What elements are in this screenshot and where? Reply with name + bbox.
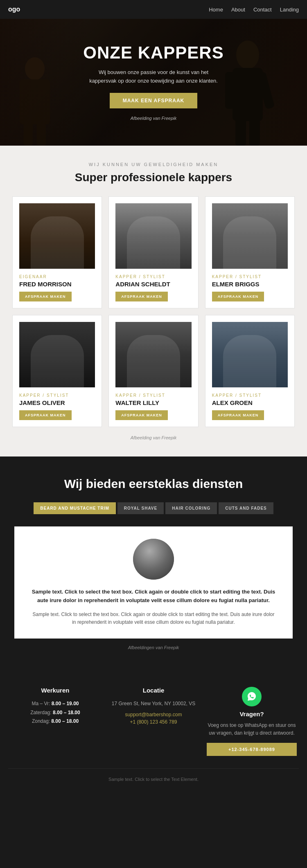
barber-name-elmer: ELMER BRIGGS (212, 281, 288, 288)
barbers-credit: Afbeelding van Freepik (12, 435, 295, 440)
nav-links: Home About Contact Landing (209, 7, 299, 13)
werkuren-day-1: Zaterdag: (30, 710, 51, 715)
svg-rect-4 (235, 119, 246, 146)
barber-photo-alex (212, 322, 288, 387)
tab-hair-coloring[interactable]: HAIR COLORING (165, 502, 217, 514)
service-avatar-image (133, 539, 174, 580)
afspraak-btn-adrian[interactable]: AFSPRAAK MAKEN (115, 292, 168, 301)
barber-role-elmer: KAPPER / STYLIST (212, 274, 288, 279)
footer-bottom-text: Sample text. Click to select the Text El… (108, 777, 199, 782)
barber-card-walter: KAPPER / STYLIST WALTER LILLY AFSPRAAK M… (108, 315, 198, 427)
barber-card-james: KAPPER / STYLIST JAMES OLIVER AFSPRAAK M… (12, 315, 102, 427)
afspraak-btn-alex[interactable]: AFSPRAAK MAKEN (212, 410, 264, 420)
barber-name-adrian: ADRIAN SCHELDT (115, 281, 191, 288)
barber-role-adrian: KAPPER / STYLIST (115, 274, 191, 279)
nav-landing[interactable]: Landing (280, 7, 299, 13)
locatie-email[interactable]: support@barbershop.com (108, 712, 199, 717)
barber-name-fred: FRED MORRISON (19, 281, 95, 288)
locatie-address: 17 Green St, New York, NY 10002, VS (108, 699, 199, 708)
footer: Werkuren Ma – Vr: 8.00 – 19.00 Zaterdag:… (0, 666, 307, 794)
werkuren-row-0: Ma – Vr: 8.00 – 19.00 (10, 699, 100, 708)
svg-rect-9 (24, 123, 33, 146)
barber-role-fred: EIGENAAR (19, 274, 95, 279)
services-credit: Afbeeldingen van Freepik (12, 645, 295, 650)
afspraak-btn-walter[interactable]: AFSPRAAK MAKEN (115, 410, 168, 420)
barber-name-walter: WALTER LILLY (115, 399, 191, 406)
locatie-phone[interactable]: +1 (800) 123 456 789 (108, 719, 199, 725)
footer-grid: Werkuren Ma – Vr: 8.00 – 19.00 Zaterdag:… (10, 687, 297, 756)
service-text-bold: Sample text. Click to select the text bo… (31, 588, 276, 605)
afspraak-btn-elmer[interactable]: AFSPRAAK MAKEN (212, 292, 264, 301)
nav-home[interactable]: Home (209, 7, 223, 13)
service-avatar (133, 539, 174, 580)
tab-beard-mustache[interactable]: BEARD AND MUSTACHE TRIM (34, 502, 116, 514)
barber-card-elmer: KAPPER / STYLIST ELMER BRIGGS AFSPRAAK M… (205, 196, 295, 308)
svg-rect-5 (249, 119, 260, 146)
services-section: Wij bieden eersteklas diensten BEARD AND… (0, 456, 307, 666)
whatsapp-button[interactable]: +12-345-678-89089 (207, 743, 297, 756)
barber-photo-elmer (212, 203, 288, 269)
vragen-title: Vragen? (207, 711, 297, 717)
footer-vragen: Vragen? Voeg ons toe op WhatsApp en stuu… (207, 687, 297, 756)
barber-photo-walter (115, 322, 191, 387)
hero-cta-button[interactable]: MAAK EEN AFSPRAAK (110, 93, 198, 108)
services-tabs: BEARD AND MUSTACHE TRIM ROYAL SHAVE HAIR… (12, 502, 295, 514)
hero-credit: Afbeelding van Freepik (131, 116, 177, 121)
footer-locatie: Locatie 17 Green St, New York, NY 10002,… (108, 687, 199, 756)
nav-about[interactable]: About (231, 7, 245, 13)
svg-point-0 (236, 40, 259, 69)
footer-werkuren: Werkuren Ma – Vr: 8.00 – 19.00 Zaterdag:… (10, 687, 100, 756)
svg-point-6 (25, 57, 45, 80)
werkuren-title: Werkuren (10, 687, 100, 694)
vragen-text: Voeg ons toe op WhatsApp en stuur ons uw… (207, 722, 297, 737)
barber-role-alex: KAPPER / STYLIST (212, 393, 288, 398)
hero-subtitle: Wij bouwen onze passie voor de kunst van… (88, 68, 219, 85)
werkuren-row-2: Zondag: 8.00 – 18.00 (10, 717, 100, 726)
customer-silhouette (12, 56, 57, 146)
barber-card-alex: KAPPER / STYLIST ALEX GROEN AFSPRAAK MAK… (205, 315, 295, 427)
barbers-title: Super professionele kappers (12, 171, 295, 184)
barbers-subtitle: WIJ KUNNEN UW GEWELDIGHEID MAKEN (12, 162, 295, 167)
service-content: Sample text. Click to select the text bo… (14, 526, 293, 639)
werkuren-day-2: Zondag: (32, 718, 50, 724)
hero-title: ONZE KAPPERS (83, 43, 223, 63)
svg-rect-7 (20, 79, 50, 124)
nav-contact[interactable]: Contact (253, 7, 272, 13)
locatie-title: Locatie (108, 687, 199, 694)
services-title: Wij bieden eersteklas diensten (12, 477, 295, 491)
nav-logo: ogo (8, 6, 20, 13)
barber-card-adrian: KAPPER / STYLIST ADRIAN SCHELDT AFSPRAAK… (108, 196, 198, 308)
hero-content: ONZE KAPPERS Wij bouwen onze passie voor… (75, 35, 232, 130)
barber-name-alex: ALEX GROEN (212, 399, 288, 406)
whatsapp-icon (242, 687, 262, 706)
barber-role-james: KAPPER / STYLIST (19, 393, 95, 398)
werkuren-day-0: Ma – Vr: (32, 701, 50, 706)
barber-role-walter: KAPPER / STYLIST (115, 393, 191, 398)
afspraak-btn-james[interactable]: AFSPRAAK MAKEN (19, 410, 72, 420)
navigation: ogo Home About Contact Landing (0, 0, 307, 19)
werkuren-time-0: 8.00 – 19.00 (52, 701, 79, 706)
footer-bottom: Sample text. Click to select the Text El… (8, 768, 299, 782)
barber-name-james: JAMES OLIVER (19, 399, 95, 406)
barber-photo-adrian (115, 203, 191, 269)
hero-section: ONZE KAPPERS Wij bouwen onze passie voor… (0, 19, 307, 146)
werkuren-time-2: 8.00 – 18.00 (51, 718, 79, 724)
barbers-section: WIJ KUNNEN UW GEWELDIGHEID MAKEN Super p… (0, 146, 307, 456)
barber-photo-fred (19, 203, 95, 269)
werkuren-row-1: Zaterdag: 8.00 – 18.00 (10, 708, 100, 717)
afspraak-btn-fred[interactable]: AFSPRAAK MAKEN (19, 292, 72, 301)
barber-card-fred: EIGENAAR FRED MORRISON AFSPRAAK MAKEN (12, 196, 102, 308)
werkuren-time-1: 8.00 – 18.00 (53, 710, 80, 715)
tab-royal-shave[interactable]: ROYAL SHAVE (117, 502, 164, 514)
svg-rect-8 (37, 123, 46, 146)
barbers-grid: EIGENAAR FRED MORRISON AFSPRAAK MAKEN KA… (12, 196, 295, 427)
service-text-normal: Sample text. Click to select the text bo… (31, 611, 276, 626)
barber-photo-james (19, 322, 95, 387)
tab-cuts-fades[interactable]: CUTS AND FADES (219, 502, 273, 514)
